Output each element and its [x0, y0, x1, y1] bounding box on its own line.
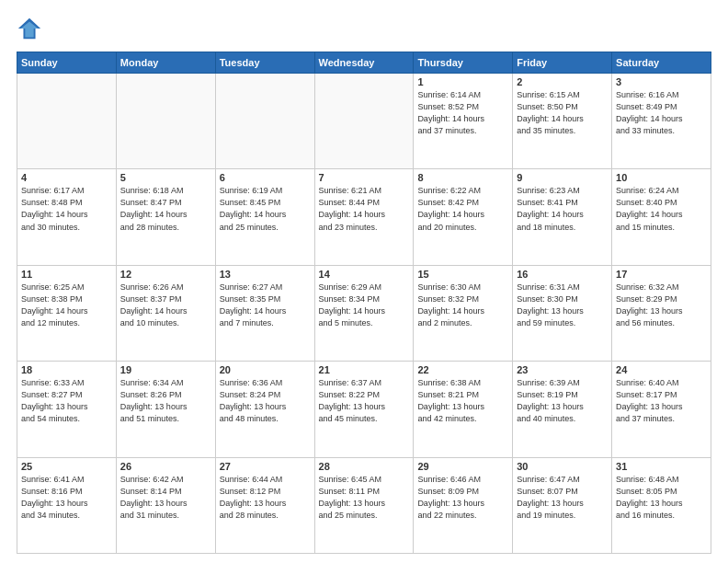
daylight-info: Sunrise: 6:37 AM Sunset: 8:22 PM Dayligh…: [319, 377, 410, 425]
weekday-header-wednesday: Wednesday: [314, 52, 414, 74]
day-number: 22: [417, 364, 508, 375]
day-number: 14: [319, 269, 410, 280]
calendar-cell: 9Sunrise: 6:23 AM Sunset: 8:41 PM Daylig…: [513, 169, 612, 265]
weekday-header-tuesday: Tuesday: [215, 52, 314, 74]
calendar-cell: 8Sunrise: 6:22 AM Sunset: 8:42 PM Daylig…: [414, 169, 513, 265]
daylight-info: Sunrise: 6:19 AM Sunset: 8:45 PM Dayligh…: [220, 185, 311, 233]
page: SundayMondayTuesdayWednesdayThursdayFrid…: [0, 0, 728, 563]
calendar-cell: 30Sunrise: 6:47 AM Sunset: 8:07 PM Dayli…: [513, 457, 612, 553]
day-number: 23: [517, 364, 608, 375]
daylight-info: Sunrise: 6:15 AM Sunset: 8:50 PM Dayligh…: [517, 89, 608, 137]
calendar-cell: 12Sunrise: 6:26 AM Sunset: 8:37 PM Dayli…: [116, 265, 215, 361]
weekday-header-friday: Friday: [513, 52, 612, 74]
daylight-info: Sunrise: 6:21 AM Sunset: 8:44 PM Dayligh…: [319, 185, 410, 233]
day-number: 26: [120, 461, 211, 472]
daylight-info: Sunrise: 6:26 AM Sunset: 8:37 PM Dayligh…: [120, 282, 211, 329]
daylight-info: Sunrise: 6:33 AM Sunset: 8:27 PM Dayligh…: [21, 377, 112, 425]
logo-icon: [17, 17, 42, 42]
day-number: 5: [120, 172, 211, 183]
daylight-info: Sunrise: 6:39 AM Sunset: 8:19 PM Dayligh…: [517, 377, 608, 425]
calendar-cell: 25Sunrise: 6:41 AM Sunset: 8:16 PM Dayli…: [17, 457, 117, 553]
day-number: 18: [21, 364, 112, 375]
calendar-cell: [116, 74, 215, 169]
day-number: 19: [120, 364, 211, 375]
calendar-cell: [17, 74, 117, 169]
calendar-row-3: 18Sunrise: 6:33 AM Sunset: 8:27 PM Dayli…: [17, 362, 711, 457]
daylight-info: Sunrise: 6:46 AM Sunset: 8:09 PM Dayligh…: [417, 474, 508, 522]
day-number: 9: [517, 172, 608, 183]
calendar-cell: 28Sunrise: 6:45 AM Sunset: 8:11 PM Dayli…: [314, 457, 414, 553]
day-number: 31: [616, 461, 707, 472]
calendar-cell: 6Sunrise: 6:19 AM Sunset: 8:45 PM Daylig…: [215, 169, 314, 265]
daylight-info: Sunrise: 6:31 AM Sunset: 8:30 PM Dayligh…: [517, 282, 608, 329]
calendar-cell: 15Sunrise: 6:30 AM Sunset: 8:32 PM Dayli…: [414, 265, 513, 361]
daylight-info: Sunrise: 6:30 AM Sunset: 8:32 PM Dayligh…: [417, 282, 508, 329]
day-number: 27: [220, 461, 311, 472]
day-number: 24: [616, 364, 707, 375]
day-number: 4: [21, 172, 112, 183]
daylight-info: Sunrise: 6:36 AM Sunset: 8:24 PM Dayligh…: [220, 377, 311, 425]
weekday-header-thursday: Thursday: [414, 52, 513, 74]
daylight-info: Sunrise: 6:48 AM Sunset: 8:05 PM Dayligh…: [616, 474, 707, 522]
calendar-cell: 21Sunrise: 6:37 AM Sunset: 8:22 PM Dayli…: [314, 362, 414, 457]
day-number: 8: [417, 172, 508, 183]
calendar-cell: 7Sunrise: 6:21 AM Sunset: 8:44 PM Daylig…: [314, 169, 414, 265]
calendar-cell: 1Sunrise: 6:14 AM Sunset: 8:52 PM Daylig…: [414, 74, 513, 169]
header: [17, 17, 711, 42]
daylight-info: Sunrise: 6:24 AM Sunset: 8:40 PM Dayligh…: [616, 185, 707, 233]
day-number: 12: [120, 269, 211, 280]
calendar-cell: 20Sunrise: 6:36 AM Sunset: 8:24 PM Dayli…: [215, 362, 314, 457]
daylight-info: Sunrise: 6:45 AM Sunset: 8:11 PM Dayligh…: [319, 474, 410, 522]
daylight-info: Sunrise: 6:29 AM Sunset: 8:34 PM Dayligh…: [319, 282, 410, 329]
day-number: 2: [517, 76, 608, 87]
daylight-info: Sunrise: 6:42 AM Sunset: 8:14 PM Dayligh…: [120, 474, 211, 522]
day-number: 13: [220, 269, 311, 280]
day-number: 28: [319, 461, 410, 472]
day-number: 30: [517, 461, 608, 472]
calendar-cell: 13Sunrise: 6:27 AM Sunset: 8:35 PM Dayli…: [215, 265, 314, 361]
calendar-cell: [215, 74, 314, 169]
daylight-info: Sunrise: 6:18 AM Sunset: 8:47 PM Dayligh…: [120, 185, 211, 233]
calendar-cell: 26Sunrise: 6:42 AM Sunset: 8:14 PM Dayli…: [116, 457, 215, 553]
calendar-cell: 14Sunrise: 6:29 AM Sunset: 8:34 PM Dayli…: [314, 265, 414, 361]
weekday-header-monday: Monday: [116, 52, 215, 74]
daylight-info: Sunrise: 6:22 AM Sunset: 8:42 PM Dayligh…: [417, 185, 508, 233]
day-number: 21: [319, 364, 410, 375]
daylight-info: Sunrise: 6:41 AM Sunset: 8:16 PM Dayligh…: [21, 474, 112, 522]
daylight-info: Sunrise: 6:16 AM Sunset: 8:49 PM Dayligh…: [616, 89, 707, 137]
daylight-info: Sunrise: 6:38 AM Sunset: 8:21 PM Dayligh…: [417, 377, 508, 425]
calendar-cell: 23Sunrise: 6:39 AM Sunset: 8:19 PM Dayli…: [513, 362, 612, 457]
weekday-header-sunday: Sunday: [17, 52, 117, 74]
calendar-cell: 3Sunrise: 6:16 AM Sunset: 8:49 PM Daylig…: [612, 74, 711, 169]
calendar-cell: 18Sunrise: 6:33 AM Sunset: 8:27 PM Dayli…: [17, 362, 117, 457]
calendar-cell: 29Sunrise: 6:46 AM Sunset: 8:09 PM Dayli…: [414, 457, 513, 553]
day-number: 17: [616, 269, 707, 280]
daylight-info: Sunrise: 6:34 AM Sunset: 8:26 PM Dayligh…: [120, 377, 211, 425]
calendar-header-row: SundayMondayTuesdayWednesdayThursdayFrid…: [17, 52, 711, 74]
daylight-info: Sunrise: 6:17 AM Sunset: 8:48 PM Dayligh…: [21, 185, 112, 233]
calendar-row-0: 1Sunrise: 6:14 AM Sunset: 8:52 PM Daylig…: [17, 74, 711, 169]
day-number: 15: [417, 269, 508, 280]
calendar-row-4: 25Sunrise: 6:41 AM Sunset: 8:16 PM Dayli…: [17, 457, 711, 553]
calendar-cell: 10Sunrise: 6:24 AM Sunset: 8:40 PM Dayli…: [612, 169, 711, 265]
day-number: 6: [220, 172, 311, 183]
daylight-info: Sunrise: 6:27 AM Sunset: 8:35 PM Dayligh…: [220, 282, 311, 329]
daylight-info: Sunrise: 6:40 AM Sunset: 8:17 PM Dayligh…: [616, 377, 707, 425]
daylight-info: Sunrise: 6:14 AM Sunset: 8:52 PM Dayligh…: [417, 89, 508, 137]
calendar-cell: 16Sunrise: 6:31 AM Sunset: 8:30 PM Dayli…: [513, 265, 612, 361]
daylight-info: Sunrise: 6:32 AM Sunset: 8:29 PM Dayligh…: [616, 282, 707, 329]
day-number: 1: [417, 76, 508, 87]
calendar-cell: 4Sunrise: 6:17 AM Sunset: 8:48 PM Daylig…: [17, 169, 117, 265]
day-number: 20: [220, 364, 311, 375]
calendar-cell: 5Sunrise: 6:18 AM Sunset: 8:47 PM Daylig…: [116, 169, 215, 265]
day-number: 3: [616, 76, 707, 87]
calendar-cell: 22Sunrise: 6:38 AM Sunset: 8:21 PM Dayli…: [414, 362, 513, 457]
calendar-cell: 17Sunrise: 6:32 AM Sunset: 8:29 PM Dayli…: [612, 265, 711, 361]
calendar-cell: [314, 74, 414, 169]
calendar-cell: 24Sunrise: 6:40 AM Sunset: 8:17 PM Dayli…: [612, 362, 711, 457]
calendar-cell: 31Sunrise: 6:48 AM Sunset: 8:05 PM Dayli…: [612, 457, 711, 553]
weekday-header-saturday: Saturday: [612, 52, 711, 74]
logo: [17, 17, 46, 42]
calendar-cell: 27Sunrise: 6:44 AM Sunset: 8:12 PM Dayli…: [215, 457, 314, 553]
calendar-table: SundayMondayTuesdayWednesdayThursdayFrid…: [17, 52, 711, 554]
